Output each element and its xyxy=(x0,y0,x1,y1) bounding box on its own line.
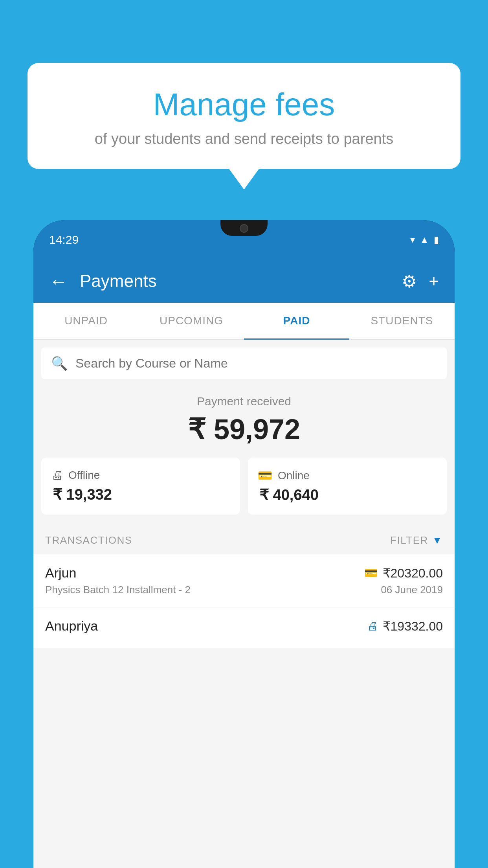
payment-cards: 🖨 Offline ₹ 19,332 💳 Online ₹ 40,640 xyxy=(33,458,455,526)
offline-payment-icon: 🖨 xyxy=(51,469,63,482)
transaction-row[interactable]: Arjun 💳 ₹20320.00 Physics Batch 12 Insta… xyxy=(33,554,455,607)
filter-button[interactable]: FILTER ▼ xyxy=(390,534,443,546)
wifi-icon: ▾ xyxy=(410,234,415,245)
payment-received-label: Payment received xyxy=(41,395,447,408)
tab-unpaid[interactable]: UNPAID xyxy=(33,303,139,339)
settings-button[interactable]: ⚙ xyxy=(402,271,417,291)
tabs-bar: UNPAID UPCOMING PAID STUDENTS xyxy=(33,303,455,340)
battery-icon: ▮ xyxy=(434,234,439,245)
status-time: 14:29 xyxy=(49,233,79,246)
offline-card: 🖨 Offline ₹ 19,332 xyxy=(41,458,240,515)
search-input[interactable] xyxy=(75,356,437,371)
speech-bubble: Manage fees of your students and send re… xyxy=(28,63,460,169)
payment-summary: Payment received ₹ 59,972 xyxy=(33,379,455,458)
search-bar[interactable]: 🔍 xyxy=(41,348,447,379)
search-icon: 🔍 xyxy=(51,355,68,371)
course-info: Physics Batch 12 Installment - 2 xyxy=(45,584,191,596)
offline-label: Offline xyxy=(68,469,100,482)
online-payment-icon: 💳 xyxy=(258,469,272,482)
page-title: Payments xyxy=(80,271,390,291)
student-name: Anupriya xyxy=(45,618,98,634)
camera xyxy=(240,224,248,233)
online-pay-icon: 💳 xyxy=(364,566,378,579)
status-bar: 14:29 ▾ ▲ ▮ xyxy=(33,220,455,259)
tab-students[interactable]: STUDENTS xyxy=(349,303,455,339)
transaction-amount: 🖨 ₹19332.00 xyxy=(367,619,443,634)
signal-icon: ▲ xyxy=(420,234,429,245)
transaction-row[interactable]: Anupriya 🖨 ₹19332.00 xyxy=(33,607,455,648)
transaction-amount: 💳 ₹20320.00 xyxy=(364,566,443,581)
offline-amount: ₹ 19,332 xyxy=(51,486,230,503)
add-button[interactable]: + xyxy=(429,271,439,291)
phone-frame: 14:29 ▾ ▲ ▮ ← Payments ⚙ + UNPAID UPCOMI… xyxy=(33,220,455,868)
transactions-label: TRANSACTIONS xyxy=(45,534,132,546)
offline-pay-icon: 🖨 xyxy=(367,620,378,633)
online-amount: ₹ 40,640 xyxy=(258,486,437,504)
phone-inner: ← Payments ⚙ + UNPAID UPCOMING PAID STUD… xyxy=(33,259,455,868)
speech-bubble-subtext: of your students and send receipts to pa… xyxy=(47,131,441,147)
filter-icon: ▼ xyxy=(432,534,443,546)
total-amount: ₹ 59,972 xyxy=(41,413,447,446)
tab-paid[interactable]: PAID xyxy=(244,303,349,339)
phone-notch xyxy=(220,220,268,236)
student-name: Arjun xyxy=(45,565,76,581)
online-label: Online xyxy=(278,469,310,482)
content-area: 🔍 Payment received ₹ 59,972 🖨 Offline ₹ … xyxy=(33,340,455,868)
transactions-header: TRANSACTIONS FILTER ▼ xyxy=(33,526,455,554)
status-icons: ▾ ▲ ▮ xyxy=(410,234,439,245)
tab-upcoming[interactable]: UPCOMING xyxy=(139,303,244,339)
filter-label: FILTER xyxy=(390,534,428,546)
online-card: 💳 Online ₹ 40,640 xyxy=(248,458,447,515)
back-button[interactable]: ← xyxy=(49,270,68,292)
app-bar: ← Payments ⚙ + xyxy=(33,259,455,303)
speech-bubble-heading: Manage fees xyxy=(47,86,441,123)
date-info: 06 June 2019 xyxy=(381,584,443,596)
